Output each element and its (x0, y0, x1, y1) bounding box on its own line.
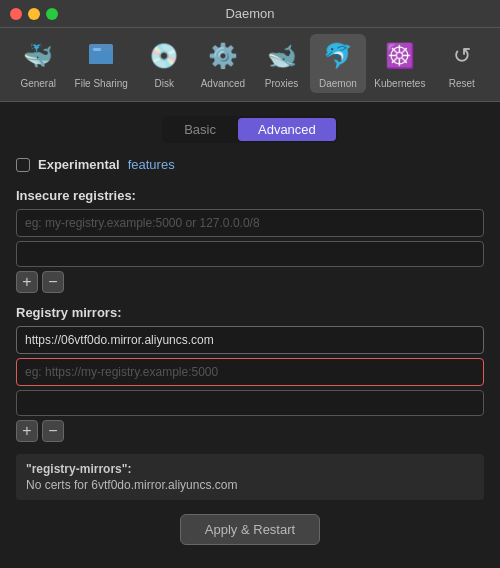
file-sharing-label: File Sharing (75, 78, 128, 89)
general-label: General (20, 78, 56, 89)
insecure-registries-section: Insecure registries: + − (16, 188, 484, 293)
toolbar-item-file-sharing[interactable]: File Sharing (67, 34, 136, 93)
traffic-lights (10, 8, 58, 20)
proxies-icon: 🐋 (264, 38, 300, 74)
experimental-row: Experimental features (16, 157, 484, 172)
apply-restart-button[interactable]: Apply & Restart (180, 514, 320, 545)
minimize-button[interactable] (28, 8, 40, 20)
toolbar-item-daemon[interactable]: 🐬 Daemon (310, 34, 366, 93)
main-content: Basic Advanced Experimental features Ins… (0, 102, 500, 568)
warning-message: No certs for 6vtf0do.mirror.aliyuncs.com (26, 478, 237, 492)
titlebar: Daemon (0, 0, 500, 28)
daemon-icon: 🐬 (320, 38, 356, 74)
registry-mirrors-empty-row (16, 390, 484, 416)
proxies-label: Proxies (265, 78, 298, 89)
toolbar-item-disk[interactable]: 💿 Disk (136, 34, 192, 93)
kubernetes-icon: ☸️ (382, 38, 418, 74)
experimental-label: Experimental (38, 157, 120, 172)
insecure-remove-button[interactable]: − (42, 271, 64, 293)
warning-key: "registry-mirrors": (26, 462, 474, 476)
toolbar: 🐳 General File Sharing 💿 Disk ⚙️ Advance… (0, 28, 500, 102)
general-icon: 🐳 (20, 38, 56, 74)
toolbar-item-general[interactable]: 🐳 General (10, 34, 66, 93)
registry-mirrors-input-2[interactable] (16, 358, 484, 386)
advanced-icon: ⚙️ (205, 38, 241, 74)
experimental-features-link[interactable]: features (128, 157, 175, 172)
window-title: Daemon (225, 6, 274, 21)
insecure-registries-empty-row (16, 241, 484, 267)
reset-icon: ↺ (444, 38, 480, 74)
file-sharing-icon (83, 38, 119, 74)
disk-icon: 💿 (146, 38, 182, 74)
svg-rect-1 (89, 50, 113, 64)
disk-label: Disk (155, 78, 174, 89)
toolbar-item-proxies[interactable]: 🐋 Proxies (254, 34, 310, 93)
toolbar-item-kubernetes[interactable]: ☸️ Kubernetes (366, 34, 433, 93)
registry-mirrors-section: Registry mirrors: + − (16, 305, 484, 442)
insecure-registries-input[interactable] (16, 209, 484, 237)
maximize-button[interactable] (46, 8, 58, 20)
toolbar-item-reset[interactable]: ↺ Reset (434, 34, 490, 93)
tab-group: Basic Advanced (162, 116, 338, 143)
mirrors-add-button[interactable]: + (16, 420, 38, 442)
toolbar-item-advanced[interactable]: ⚙️ Advanced (193, 34, 253, 93)
advanced-label: Advanced (201, 78, 245, 89)
kubernetes-label: Kubernetes (374, 78, 425, 89)
registry-mirrors-label: Registry mirrors: (16, 305, 484, 320)
insecure-registries-label: Insecure registries: (16, 188, 484, 203)
experimental-checkbox[interactable] (16, 158, 30, 172)
scrollable-area: Basic Advanced Experimental features Ins… (0, 102, 500, 568)
tab-basic[interactable]: Basic (164, 118, 236, 141)
registry-mirrors-input-1[interactable] (16, 326, 484, 354)
svg-rect-2 (93, 48, 101, 51)
daemon-label: Daemon (319, 78, 357, 89)
warning-box: "registry-mirrors": No certs for 6vtf0do… (16, 454, 484, 500)
reset-label: Reset (449, 78, 475, 89)
insecure-registries-controls: + − (16, 271, 484, 293)
mirrors-remove-button[interactable]: − (42, 420, 64, 442)
registry-mirrors-controls: + − (16, 420, 484, 442)
insecure-add-button[interactable]: + (16, 271, 38, 293)
close-button[interactable] (10, 8, 22, 20)
tab-bar: Basic Advanced (16, 116, 484, 143)
tab-advanced[interactable]: Advanced (238, 118, 336, 141)
